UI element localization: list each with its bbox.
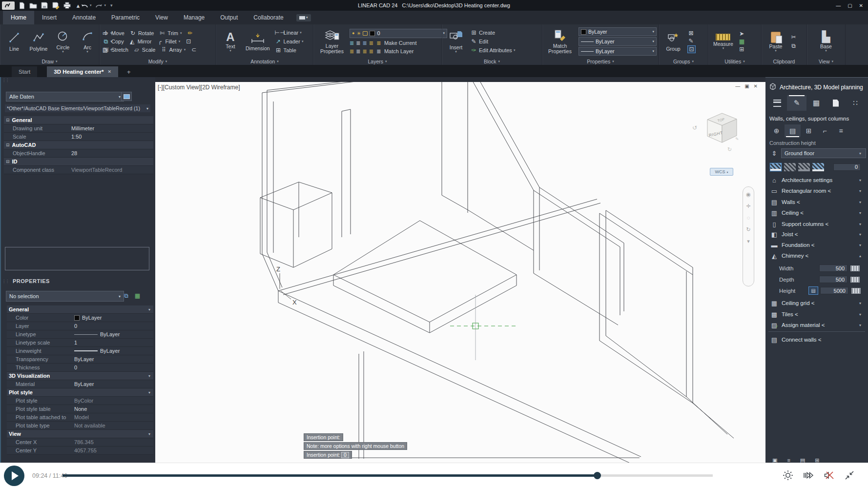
orbit-arrow-icon[interactable]: ↻	[727, 146, 732, 152]
move-button[interactable]: ✛Move	[103, 30, 124, 37]
save-icon[interactable]	[41, 2, 48, 9]
tab-wall-path[interactable]: ⌐	[817, 124, 833, 137]
tab-grid[interactable]: ⊕	[768, 124, 785, 137]
dynamic-input-value[interactable]: 0	[341, 452, 349, 458]
toggle-pickadd-button[interactable]: ⧉	[122, 292, 130, 299]
layers-panel-label[interactable]: Layers▾	[313, 58, 441, 65]
progress-track[interactable]	[62, 474, 713, 477]
player-progress-knob[interactable]	[594, 472, 601, 479]
polyline-button[interactable]: Polyline	[27, 32, 50, 52]
leader-button[interactable]: ↗Leader▾	[275, 38, 304, 45]
tab-calculate[interactable]: ▦	[806, 95, 826, 111]
menu-tab-output[interactable]: Output	[212, 11, 246, 24]
arch-row-ceiling-grid[interactable]: ▦Ceiling grid <▾	[765, 298, 868, 308]
save-as-icon[interactable]	[52, 2, 60, 9]
trim-button[interactable]: ✄Trim▾	[159, 30, 182, 37]
create-block-button[interactable]: ⊞Create	[470, 29, 515, 36]
property-row[interactable]: LineweightByLayer	[7, 347, 153, 355]
playback-speed-button[interactable]	[803, 469, 814, 481]
window-maximize-button[interactable]: ▢	[847, 3, 852, 8]
hatch-style-button-3[interactable]	[798, 163, 810, 171]
prop-section-plot-style[interactable]: Plot style▾	[7, 388, 153, 397]
layer-tool-icon[interactable]: ≣	[369, 48, 373, 55]
menu-tab-parametric[interactable]: Parametric	[103, 11, 147, 24]
tab-close-icon[interactable]: ✕	[108, 69, 112, 74]
tab-layers[interactable]: ≡	[833, 124, 849, 137]
hatch-style-button-1[interactable]	[770, 163, 782, 171]
orbit-arrow-icon[interactable]: ↺	[692, 124, 697, 131]
property-row[interactable]: MaterialByLayer	[7, 380, 153, 388]
group-button[interactable]: Group	[662, 32, 684, 52]
property-row[interactable]: Center X786.345	[7, 438, 153, 447]
orbit-icon[interactable]: ↻	[746, 227, 750, 232]
property-row[interactable]: Center Y4057.755	[7, 447, 153, 455]
qat-customize-icon[interactable]: ▾	[110, 3, 113, 8]
arch-row-assign-material[interactable]: ▨✓Assign material <▾	[765, 320, 868, 330]
layer-tool-icon[interactable]: ≣	[369, 40, 373, 46]
base-view-button[interactable]: ▙ Base ▾	[815, 31, 837, 52]
viewport-restore-button[interactable]: ▣	[744, 83, 749, 89]
menu-tab-view[interactable]: View	[147, 11, 176, 24]
property-row[interactable]: ColorByLayer	[7, 314, 153, 322]
redo-arrow-icon[interactable]	[95, 2, 103, 9]
player-settings-button[interactable]	[782, 469, 794, 481]
copy-button[interactable]: ⧉Copy	[103, 38, 124, 45]
undo-caret-icon[interactable]: ▾	[90, 3, 92, 7]
modify-panel-label[interactable]: Modify▾	[100, 58, 216, 65]
property-row[interactable]: Plot table attached toModel	[7, 413, 153, 422]
ruler-icon[interactable]	[850, 265, 860, 271]
mirror-button[interactable]: ◭Mirror	[129, 38, 152, 45]
paste-button[interactable]: Paste ▾	[765, 32, 787, 52]
rotate-button[interactable]: ↻Rotate	[129, 30, 154, 37]
select-similar-button[interactable]: ▦	[738, 38, 745, 45]
group-select-toggle[interactable]: ⊡	[687, 45, 696, 53]
steering-wheel-icon[interactable]: ◉	[746, 192, 751, 197]
arch-row-support-columns[interactable]: ▯Support columns <▾	[765, 219, 868, 229]
model-viewport[interactable]: Z X TOP RIGHT ↺ ↻ ✎ [-][Custom View][2D …	[155, 82, 765, 463]
menu-tab-insert[interactable]: Insert	[34, 11, 64, 24]
quick-select-button[interactable]: ➤	[738, 30, 745, 37]
lineweight-dropdown[interactable]: ByLayer▾	[579, 37, 657, 46]
quick-calculator-button[interactable]: ⊞	[738, 46, 745, 53]
property-row[interactable]: TransparencyByLayer	[7, 355, 153, 364]
hatch-style-button-2[interactable]	[784, 163, 796, 171]
dimension-button[interactable]: Dimension	[244, 32, 272, 51]
selection-dropdown[interactable]: No selection▾	[6, 291, 124, 302]
ribbon-display-toggle-button[interactable]: ▾	[296, 14, 311, 21]
menu-tab-collaborate[interactable]: Collaborate	[246, 11, 291, 24]
menu-tab-manage[interactable]: Manage	[176, 11, 212, 24]
hatch-value-input[interactable]: 0	[833, 163, 861, 171]
property-row[interactable]: Plot style tableNone	[7, 405, 153, 413]
fillet-button[interactable]: ╭Fillet▾	[156, 38, 180, 45]
tab-walls[interactable]: ▤	[785, 124, 801, 137]
section-header-general[interactable]: ⊟General	[4, 116, 153, 124]
viewport-controls-label[interactable]: [-][Custom View][2D Wireframe]	[158, 84, 240, 91]
annotation-panel-label[interactable]: Annotation▾	[216, 58, 313, 65]
line-button[interactable]: Line	[3, 32, 25, 52]
chimney-depth-input[interactable]: 500	[819, 276, 847, 283]
layer-dropdown[interactable]: ● ☀ 0 ▾	[350, 29, 447, 38]
exit-fullscreen-button[interactable]	[844, 469, 855, 481]
viewport-close-button[interactable]: ✕	[754, 83, 758, 89]
app-logo-icon[interactable]	[2, 1, 15, 10]
display-options-button[interactable]	[121, 92, 132, 101]
property-row[interactable]: Plot table typeNot available	[7, 422, 153, 430]
tab-menu[interactable]	[767, 95, 787, 111]
chimney-height-input[interactable]: 5000	[820, 287, 848, 294]
wcs-badge[interactable]: WCS▾	[710, 168, 733, 176]
layer-tool-icon[interactable]: ≣	[350, 48, 354, 55]
window-minimize-button[interactable]: —	[836, 3, 841, 8]
cut-button[interactable]: ✂	[790, 34, 797, 41]
play-button[interactable]	[4, 466, 24, 486]
arch-row-rect-room[interactable]: ▭Rectangular room <▾	[765, 185, 868, 196]
zoom-icon[interactable]: ◌	[747, 215, 750, 221]
stretch-button[interactable]: ⇲Stretch	[103, 46, 128, 53]
tab-select[interactable]: ∷	[846, 95, 865, 111]
breadcrumb[interactable]: *Other*/AutoCAD Base Elements/ViewportTa…	[5, 104, 150, 112]
mute-button[interactable]	[823, 469, 835, 481]
group-edit-button[interactable]: ✎	[687, 38, 696, 44]
arch-row-ceiling[interactable]: ▥Ceiling <▾	[765, 207, 868, 218]
block-panel-label[interactable]: Block▾	[442, 58, 542, 65]
edit-attributes-button[interactable]: ✑Edit Attributes▾	[470, 47, 515, 54]
undo-arrow-icon[interactable]	[81, 2, 88, 9]
